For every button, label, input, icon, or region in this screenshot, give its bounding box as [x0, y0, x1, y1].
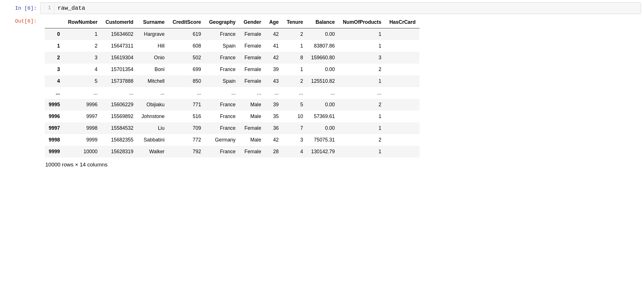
cell: 9998 [64, 122, 102, 134]
cell: 9996 [64, 99, 102, 111]
cell: ... [240, 87, 265, 99]
cell: ... [339, 87, 385, 99]
row-index: 4 [45, 75, 64, 87]
cell: 1 [339, 28, 385, 40]
row-index: ... [45, 87, 64, 99]
row-index: 9997 [45, 122, 64, 134]
cell: 125510.82 [307, 75, 339, 87]
cell: 709 [169, 122, 205, 134]
output-cell: Out[6]: RowNumberCustomerIdSurnameCredit… [0, 15, 644, 169]
cell: 10 [283, 111, 307, 122]
cell: 36 [265, 122, 283, 134]
column-header: Age [265, 16, 283, 28]
row-index: 0 [45, 28, 64, 40]
row-index: 9995 [45, 99, 64, 111]
cell: 772 [169, 134, 205, 146]
cell: 1 [283, 64, 307, 75]
cell: Male [240, 111, 265, 122]
column-header: RowNumber [64, 16, 102, 28]
cell: 0.00 [307, 99, 339, 111]
cell: 1 [339, 75, 385, 87]
table-row: 2315619304Onio502FranceFemale428159660.8… [45, 52, 419, 64]
cell: 0.00 [307, 122, 339, 134]
cell: 41 [265, 40, 283, 52]
cell: Hargrave [137, 28, 169, 40]
cell: France [205, 111, 239, 122]
cell: 8 [283, 52, 307, 64]
cell: 3 [64, 52, 102, 64]
cell: 1 [283, 40, 307, 52]
cell: 42 [265, 28, 283, 40]
table-row: 99991000015628319Walker792FranceFemale28… [45, 146, 419, 158]
cell: 83807.86 [307, 40, 339, 52]
cell [385, 111, 419, 122]
cell: 159660.80 [307, 52, 339, 64]
column-header: NumOfProducts [339, 16, 385, 28]
code-cell[interactable]: 1 raw_data [40, 2, 641, 14]
cell: 15737888 [102, 75, 137, 87]
cell: 9999 [64, 134, 102, 146]
table-head: RowNumberCustomerIdSurnameCreditScoreGeo… [45, 16, 419, 28]
cell [385, 146, 419, 158]
cell: Sabbatini [137, 134, 169, 146]
cell: 35 [265, 111, 283, 122]
cell: Female [240, 75, 265, 87]
cell: France [205, 99, 239, 111]
cell: ... [205, 87, 239, 99]
cell: France [205, 28, 239, 40]
cell: Male [240, 134, 265, 146]
table-row: 9998999915682355Sabbatini772GermanyMale4… [45, 134, 419, 146]
cell: Johnstone [137, 111, 169, 122]
column-header: Surname [137, 16, 169, 28]
cell: ... [102, 87, 137, 99]
cell: Spain [205, 75, 239, 87]
cell: France [205, 122, 239, 134]
cell: 15634602 [102, 28, 137, 40]
column-header: Balance [307, 16, 339, 28]
cell: 7 [283, 122, 307, 134]
cell: 771 [169, 99, 205, 111]
cell: Walker [137, 146, 169, 158]
cell: 5 [283, 99, 307, 111]
cell: 9997 [64, 111, 102, 122]
cell: 608 [169, 40, 205, 52]
notebook: In [6]: 1 raw_data Out[6]: RowNumberCust… [0, 0, 644, 176]
cell: 792 [169, 146, 205, 158]
cell: Boni [137, 64, 169, 75]
cell: 42 [265, 52, 283, 64]
cell: 516 [169, 111, 205, 122]
cell: 43 [265, 75, 283, 87]
cell: 2 [283, 28, 307, 40]
cell: 0.00 [307, 28, 339, 40]
cell: 5 [64, 75, 102, 87]
column-header: Tenure [283, 16, 307, 28]
row-index: 1 [45, 40, 64, 52]
cell [385, 87, 419, 99]
cell: ... [137, 87, 169, 99]
cell: 619 [169, 28, 205, 40]
cell: Obijiaku [137, 99, 169, 111]
cell: 15606229 [102, 99, 137, 111]
cell: 1 [64, 28, 102, 40]
cell: 1 [339, 146, 385, 158]
cell: 699 [169, 64, 205, 75]
cell: 1 [339, 40, 385, 52]
column-header: CustomerId [102, 16, 137, 28]
cell [385, 40, 419, 52]
cell: Spain [205, 40, 239, 52]
row-index: 3 [45, 64, 64, 75]
cell: Female [240, 40, 265, 52]
cell: 502 [169, 52, 205, 64]
code-content[interactable]: raw_data [54, 3, 641, 14]
dataframe-wrap[interactable]: RowNumberCustomerIdSurnameCreditScoreGeo… [45, 16, 644, 158]
cell: 15647311 [102, 40, 137, 52]
cell: 1 [339, 111, 385, 122]
cell: Female [240, 28, 265, 40]
cell: Female [240, 64, 265, 75]
cell: Germany [205, 134, 239, 146]
line-gutter: 1 [40, 3, 54, 14]
cell: 39 [265, 99, 283, 111]
cell: ... [283, 87, 307, 99]
cell: Onio [137, 52, 169, 64]
cell: 15628319 [102, 146, 137, 158]
